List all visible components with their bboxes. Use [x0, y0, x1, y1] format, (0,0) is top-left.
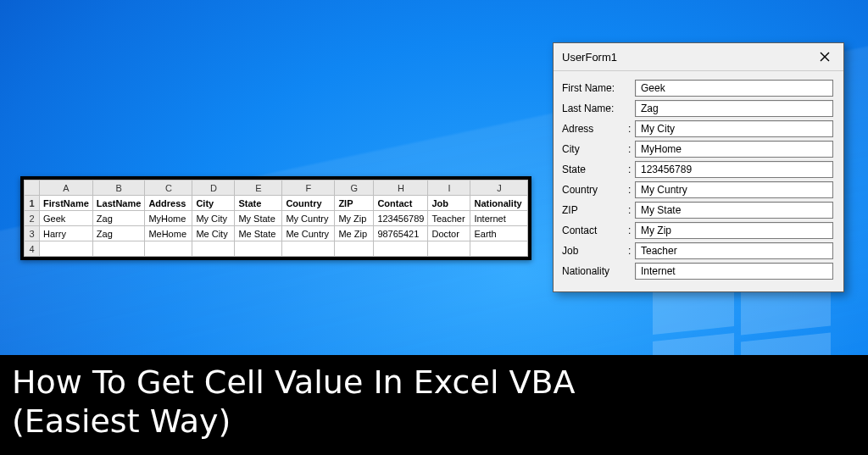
text-input[interactable] [635, 181, 833, 198]
field-label: Last Name: [562, 103, 628, 114]
text-input[interactable] [635, 100, 833, 117]
userform-title: UserForm1 [562, 51, 617, 64]
field-colon: : [628, 143, 635, 155]
cell[interactable]: MyHome [145, 211, 192, 226]
cell[interactable] [428, 241, 470, 257]
field-colon: : [628, 225, 635, 236]
close-icon[interactable] [813, 48, 837, 65]
row-header[interactable]: 3 [25, 226, 40, 241]
form-row: Country: [562, 181, 833, 198]
text-input[interactable] [635, 141, 833, 158]
caption-line-2: (Easiest Way) [12, 402, 856, 441]
field-label: Adress [562, 123, 628, 135]
select-all-corner[interactable] [25, 180, 40, 196]
cell[interactable]: Job [428, 196, 470, 211]
cell[interactable]: Nationality [470, 196, 528, 211]
cell[interactable]: Geek [40, 211, 93, 226]
column-header[interactable]: D [192, 180, 235, 196]
column-header[interactable]: F [282, 180, 335, 196]
cell[interactable]: Teacher [428, 211, 470, 226]
text-input[interactable] [635, 242, 833, 259]
column-header[interactable]: I [428, 180, 470, 196]
cell[interactable]: Address [145, 196, 192, 211]
field-colon: : [628, 204, 635, 216]
text-input[interactable] [635, 80, 833, 97]
field-label: Job [562, 245, 628, 257]
column-header[interactable]: A [40, 180, 93, 196]
caption-line-1: How To Get Cell Value In Excel VBA [12, 363, 856, 402]
cell[interactable]: Contact [374, 196, 428, 211]
cell[interactable]: MeHome [145, 226, 192, 241]
cell[interactable]: ZIP [335, 196, 374, 211]
cell[interactable]: Me State [235, 226, 282, 241]
form-row: Nationality [562, 263, 833, 280]
cell[interactable]: 98765421 [374, 226, 428, 241]
cell[interactable] [192, 241, 235, 257]
cell[interactable]: Me City [192, 226, 235, 241]
cell[interactable]: My City [192, 211, 235, 226]
cell[interactable]: Earth [470, 226, 528, 241]
cell[interactable]: Country [282, 196, 335, 211]
field-label: Nationality [562, 265, 628, 277]
field-colon: : [628, 245, 635, 257]
cell[interactable]: FirstName [40, 196, 93, 211]
field-colon: : [628, 164, 635, 175]
field-label: State [562, 164, 628, 175]
column-header[interactable]: C [145, 180, 192, 196]
cell[interactable] [40, 241, 93, 257]
form-row: Contact: [562, 222, 833, 239]
row-header[interactable]: 1 [25, 196, 40, 211]
cell[interactable]: Harry [40, 226, 93, 241]
cell[interactable]: Zag [92, 211, 145, 226]
spreadsheet-grid[interactable]: ABCDEFGHIJ1FirstNameLastNameAddressCityS… [24, 180, 528, 257]
form-row: Last Name: [562, 100, 833, 117]
field-label: ZIP [562, 204, 628, 216]
field-label: First Name: [562, 82, 628, 94]
text-input[interactable] [635, 120, 833, 137]
cell[interactable] [470, 241, 528, 257]
column-header[interactable]: B [92, 180, 145, 196]
row-header[interactable]: 2 [25, 211, 40, 226]
userform-body: First Name:Last Name:Adress:City:State:C… [554, 71, 843, 291]
cell[interactable]: City [192, 196, 235, 211]
text-input[interactable] [635, 222, 833, 239]
cell[interactable]: LastName [92, 196, 145, 211]
field-colon: : [628, 184, 635, 196]
text-input[interactable] [635, 161, 833, 178]
cell[interactable]: My Zip [335, 211, 374, 226]
cell[interactable]: Doctor [428, 226, 470, 241]
cell[interactable]: 123456789 [374, 211, 428, 226]
column-header[interactable]: H [374, 180, 428, 196]
text-input[interactable] [635, 263, 833, 280]
userform-window: UserForm1 First Name:Last Name:Adress:Ci… [553, 42, 844, 292]
cell[interactable] [374, 241, 428, 257]
form-row: State: [562, 161, 833, 178]
column-header[interactable]: J [470, 180, 528, 196]
column-header[interactable]: G [335, 180, 374, 196]
column-header[interactable]: E [235, 180, 282, 196]
cell[interactable]: Zag [92, 226, 145, 241]
field-label: Country [562, 184, 628, 196]
cell[interactable]: My State [235, 211, 282, 226]
field-label: Contact [562, 225, 628, 236]
form-row: Job: [562, 242, 833, 259]
cell[interactable] [235, 241, 282, 257]
spreadsheet-window: ABCDEFGHIJ1FirstNameLastNameAddressCityS… [20, 176, 531, 260]
text-input[interactable] [635, 202, 833, 219]
cell[interactable]: State [235, 196, 282, 211]
cell[interactable] [92, 241, 145, 257]
cell[interactable]: Me Zip [335, 226, 374, 241]
cell[interactable]: Me Cuntry [282, 226, 335, 241]
cell[interactable] [335, 241, 374, 257]
field-colon: : [628, 123, 635, 135]
form-row: City: [562, 141, 833, 158]
cell[interactable]: My Cuntry [282, 211, 335, 226]
row-header[interactable]: 4 [25, 241, 40, 257]
cell[interactable]: Internet [470, 211, 528, 226]
form-row: First Name: [562, 80, 833, 97]
cell[interactable] [145, 241, 192, 257]
userform-titlebar[interactable]: UserForm1 [554, 43, 843, 71]
cell[interactable] [282, 241, 335, 257]
field-label: City [562, 143, 628, 155]
form-row: Adress: [562, 120, 833, 137]
